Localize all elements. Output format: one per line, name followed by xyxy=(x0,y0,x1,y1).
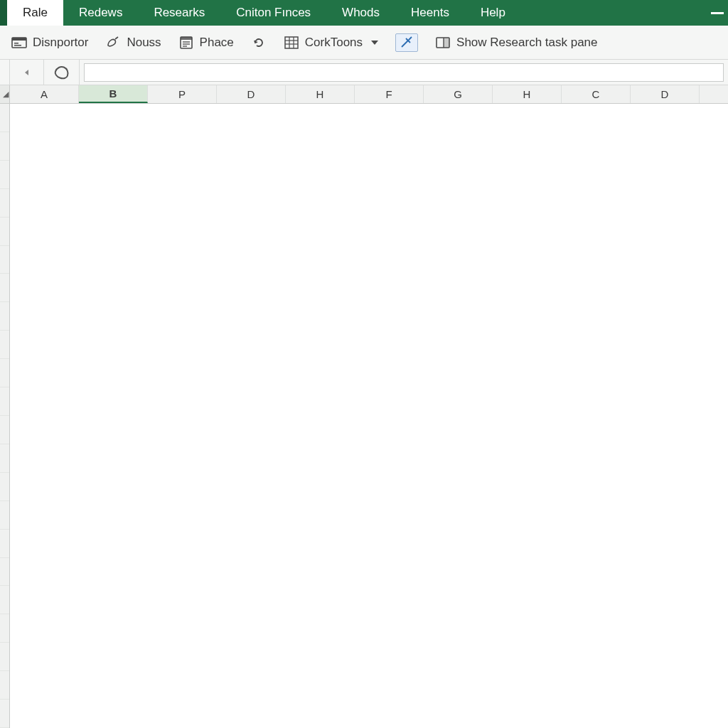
column-header[interactable]: D xyxy=(631,85,700,103)
window-controls xyxy=(711,0,728,26)
spreadsheet-grid xyxy=(0,104,728,728)
tab-whods[interactable]: Whods xyxy=(326,0,395,26)
cells-area[interactable] xyxy=(10,104,728,728)
column-header-row: ◢ A B P D H F G H C D xyxy=(0,85,728,104)
name-box-stub[interactable] xyxy=(0,60,10,85)
research-tool-button[interactable] xyxy=(395,33,418,52)
app-logo-stub xyxy=(0,0,7,26)
column-header[interactable]: G xyxy=(424,85,493,103)
row-header-gutter xyxy=(0,104,10,728)
svg-rect-17 xyxy=(444,38,449,48)
row-header[interactable] xyxy=(0,530,9,558)
row-header[interactable] xyxy=(0,643,9,671)
tab-rale[interactable]: Rale xyxy=(7,0,63,26)
row-header[interactable] xyxy=(0,331,9,359)
task-pane-icon xyxy=(435,36,451,50)
phace-button[interactable]: Phace xyxy=(178,36,234,50)
row-header[interactable] xyxy=(0,444,9,473)
column-header[interactable]: A xyxy=(10,85,79,103)
column-header[interactable]: F xyxy=(355,85,424,103)
row-header[interactable] xyxy=(0,302,9,331)
fx-button[interactable] xyxy=(44,60,80,85)
column-header[interactable]: H xyxy=(493,85,562,103)
tab-heents[interactable]: Heents xyxy=(395,0,465,26)
show-research-pane-button[interactable]: Show Research task pane xyxy=(435,36,597,50)
fx-icon xyxy=(53,64,70,81)
disnportor-icon xyxy=(11,36,27,50)
nav-previous-button[interactable] xyxy=(10,60,44,85)
tab-help[interactable]: Help xyxy=(465,0,521,26)
row-header[interactable] xyxy=(0,387,9,416)
select-all-corner[interactable]: ◢ xyxy=(0,85,10,103)
svg-rect-5 xyxy=(181,37,192,40)
row-header[interactable] xyxy=(0,473,9,501)
row-header[interactable] xyxy=(0,104,9,132)
column-header[interactable]: C xyxy=(562,85,631,103)
formula-input[interactable] xyxy=(84,63,724,82)
triangle-left-icon xyxy=(23,69,31,76)
row-header[interactable] xyxy=(0,558,9,587)
svg-rect-1 xyxy=(12,38,26,41)
svg-rect-9 xyxy=(285,37,298,48)
row-header[interactable] xyxy=(0,614,9,643)
tab-researks[interactable]: Researks xyxy=(138,0,220,26)
row-header[interactable] xyxy=(0,189,9,218)
row-header[interactable] xyxy=(0,700,9,728)
svg-rect-3 xyxy=(14,45,21,46)
nouss-label: Nouss xyxy=(127,36,161,50)
column-header[interactable]: H xyxy=(286,85,355,103)
row-header[interactable] xyxy=(0,218,9,246)
tab-cniton-fances[interactable]: Cniton Fınces xyxy=(220,0,326,26)
row-header[interactable] xyxy=(0,671,9,700)
nouss-button[interactable]: Nouss xyxy=(105,36,161,50)
show-research-label: Show Research task pane xyxy=(456,36,597,50)
toolbar: Disnportor Nouss Phace xyxy=(0,26,728,60)
row-header[interactable] xyxy=(0,246,9,274)
disnportor-button[interactable]: Disnportor xyxy=(11,36,88,50)
tab-redews[interactable]: Redews xyxy=(63,0,138,26)
corktoons-label: CorkToons xyxy=(305,36,363,50)
column-header[interactable]: D xyxy=(217,85,286,103)
research-tool-icon xyxy=(399,36,414,50)
nouss-icon xyxy=(105,36,121,50)
formula-bar-row xyxy=(0,60,728,85)
row-header[interactable] xyxy=(0,586,9,614)
chevron-down-icon xyxy=(371,41,378,45)
row-header[interactable] xyxy=(0,416,9,444)
disnportor-label: Disnportor xyxy=(33,36,88,50)
phace-icon xyxy=(178,36,194,50)
refresh-button[interactable] xyxy=(251,36,267,50)
row-header[interactable] xyxy=(0,274,9,302)
corktoons-dropdown[interactable]: CorkToons xyxy=(284,36,378,50)
row-header[interactable] xyxy=(0,501,9,530)
corktoons-icon xyxy=(284,36,299,50)
row-header[interactable] xyxy=(0,161,9,189)
row-header[interactable] xyxy=(0,359,9,387)
phace-label: Phace xyxy=(200,36,234,50)
refresh-icon xyxy=(251,36,267,50)
column-header[interactable]: P xyxy=(148,85,217,103)
minimize-icon[interactable] xyxy=(711,12,724,14)
svg-rect-2 xyxy=(14,43,18,44)
column-header[interactable]: B xyxy=(79,85,148,103)
row-header[interactable] xyxy=(0,132,9,161)
ribbon-tab-bar: Rale Redews Researks Cniton Fınces Whods… xyxy=(0,0,728,26)
